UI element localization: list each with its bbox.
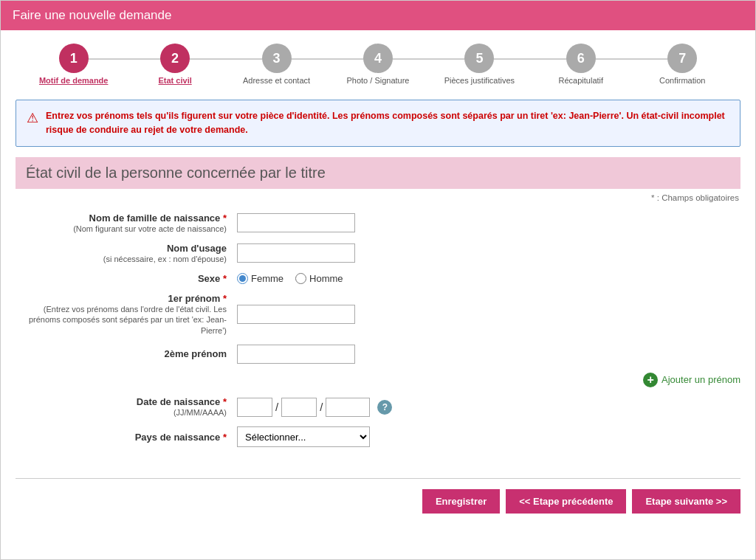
step-circle-2: 2 [160,44,190,73]
sexe-label: Sexe * [198,273,227,284]
stepper: 1 Motif de demande 2 Etat civil 3 Adress… [1,30,755,92]
sexe-femme-label: Femme [251,273,284,284]
pays-naissance-label: Pays de naissance * [135,432,227,443]
pays-naissance-required: * [223,432,227,443]
step-circle-3: 3 [262,44,292,73]
date-jj-input[interactable] [237,398,272,417]
prenom1-required: * [223,293,227,304]
footer-buttons: Enregistrer << Etape précédente Etape su… [1,489,755,528]
step-7[interactable]: 7 Confirmation [632,44,733,85]
step-6[interactable]: 6 Récapitulatif [530,44,631,85]
step-label-3: Adresse et contact [243,76,310,85]
nom-famille-label: Nom de famille de naissance * [89,212,227,224]
section-title: État civil de la personne concernée par … [16,157,740,189]
step-label-4: Photo / Signature [346,76,409,85]
pays-naissance-row: Pays de naissance * Sélectionner... [16,426,740,447]
step-label-5: Pièces justificatives [444,76,515,85]
prenom1-sub: (Entrez vos prénoms dans l'ordre de l'ét… [16,304,227,336]
add-prenom-row: + Ajouter un prénom [16,373,740,387]
prev-button[interactable]: << Etape précédente [506,489,626,514]
next-button[interactable]: Etape suivante >> [632,489,740,514]
prenom1-row: 1er prénom * (Entrez vos prénoms dans l'… [16,293,740,336]
nom-famille-sub: (Nom figurant sur votre acte de naissanc… [16,224,227,234]
step-1[interactable]: 1 Motif de demande [23,44,124,85]
step-circle-4: 4 [363,44,393,73]
page-title: Faire une nouvelle demande [13,8,743,23]
prenom2-label-group: 2ème prénom [16,348,237,359]
sexe-radio-group: Femme Homme [237,273,343,284]
add-prenom-label: Ajouter un prénom [662,374,740,385]
date-naissance-group: / / ? [237,398,392,417]
alert-text: Entrez vos prénoms tels qu'ils figurent … [46,109,729,137]
nom-usage-label: Nom d'usage [167,243,227,254]
prenom2-row: 2ème prénom [16,345,740,364]
date-help-button[interactable]: ? [377,400,392,415]
prenom2-input[interactable] [237,345,355,364]
alert-box: ⚠ Entrez vos prénoms tels qu'ils figuren… [16,100,740,147]
nom-usage-row: Nom d'usage (si nécessaire, ex : nom d'é… [16,243,740,264]
step-label-2: Etat civil [159,76,192,85]
step-2[interactable]: 2 Etat civil [124,44,225,85]
step-circle-6: 6 [566,44,596,73]
header-bar: Faire une nouvelle demande [1,1,755,30]
sexe-homme-option[interactable]: Homme [295,273,343,284]
prenom2-label: 2ème prénom [164,348,227,359]
step-circle-5: 5 [464,44,494,73]
sexe-required: * [223,273,227,284]
nom-usage-sub: (si nécessaire, ex : nom d'épouse) [16,254,227,264]
date-naissance-label: Date de naissance * [137,396,227,407]
sexe-femme-option[interactable]: Femme [237,273,284,284]
date-aaaa-input[interactable] [326,398,370,417]
save-button[interactable]: Enregistrer [422,489,500,514]
step-circle-1: 1 [59,44,89,73]
add-prenom-icon: + [643,373,658,387]
date-naissance-row: Date de naissance * (JJ/MM/AAAA) / / ? [16,396,740,418]
pays-naissance-select[interactable]: Sélectionner... [237,426,370,447]
nom-usage-input[interactable] [237,243,355,263]
nom-famille-input[interactable] [237,213,355,232]
sexe-femme-radio[interactable] [237,273,248,284]
nom-famille-label-group: Nom de famille de naissance * (Nom figur… [16,212,237,234]
pays-naissance-label-group: Pays de naissance * [16,432,237,443]
step-label-1: Motif de demande [39,76,109,85]
step-5[interactable]: 5 Pièces justificatives [429,44,530,85]
sexe-row: Sexe * Femme Homme [16,273,740,284]
form-area: Nom de famille de naissance * (Nom figur… [1,210,755,464]
nom-famille-row: Nom de famille de naissance * (Nom figur… [16,212,740,234]
sexe-homme-label: Homme [309,273,343,284]
alert-icon: ⚠ [27,110,38,126]
add-prenom-button[interactable]: + Ajouter un prénom [643,373,740,387]
nom-usage-label-group: Nom d'usage (si nécessaire, ex : nom d'é… [16,243,237,264]
required-note: * : Champs obligatoires [1,193,739,202]
step-4[interactable]: 4 Photo / Signature [327,44,428,85]
step-label-6: Récapitulatif [559,76,604,85]
date-naissance-sub: (JJ/MM/AAAA) [16,407,227,418]
prenom1-input[interactable] [237,305,355,324]
step-circle-7: 7 [667,44,697,73]
step-label-7: Confirmation [659,76,705,85]
footer-divider [16,478,740,479]
sexe-homme-radio[interactable] [295,273,306,284]
date-naissance-required: * [223,396,227,407]
step-3[interactable]: 3 Adresse et contact [226,44,327,85]
sexe-label-group: Sexe * [16,273,237,284]
prenom1-label-group: 1er prénom * (Entrez vos prénoms dans l'… [16,293,237,336]
nom-famille-required: * [223,212,227,224]
date-mm-input[interactable] [281,398,317,417]
date-naissance-label-group: Date de naissance * (JJ/MM/AAAA) [16,396,237,418]
prenom1-label: 1er prénom * [168,293,227,304]
